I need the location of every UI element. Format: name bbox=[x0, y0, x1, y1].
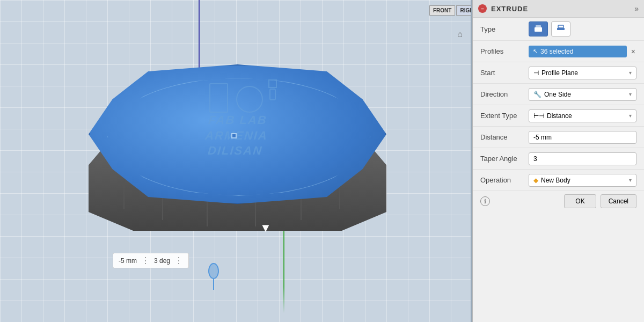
operation-dropdown-arrow: ▾ bbox=[629, 177, 632, 183]
extent-type-label: Extent Type bbox=[480, 112, 529, 120]
extent-type-value: Distance bbox=[547, 112, 572, 120]
angle-value: 3 deg bbox=[154, 257, 170, 265]
profiles-row: Profiles ↖ 36 selected × bbox=[473, 41, 644, 62]
start-dropdown-arrow: ▾ bbox=[629, 70, 632, 76]
profile-plane-icon: ⊣ bbox=[533, 69, 539, 77]
type-btn-thin[interactable] bbox=[551, 21, 570, 36]
logo-line3: DILISAN bbox=[165, 143, 306, 159]
direction-row: Direction 🔧 One Side ▾ bbox=[473, 84, 644, 105]
taper-angle-label: Taper Angle bbox=[480, 155, 529, 163]
extrude-direction-arrow: ▼ bbox=[258, 220, 274, 236]
type-row: Type bbox=[473, 18, 644, 41]
one-side-icon: 🔧 bbox=[533, 91, 541, 98]
extent-type-row: Extent Type ⊢⊣ Distance ▾ bbox=[473, 105, 644, 127]
operation-label: Operation bbox=[480, 176, 529, 184]
direction-value: One Side bbox=[544, 91, 571, 98]
start-control: ⊣ Profile Plane ▾ bbox=[529, 67, 636, 79]
thin-extrude-icon bbox=[556, 24, 566, 34]
logo-line1: FAB LAB bbox=[167, 113, 309, 128]
start-value: Profile Plane bbox=[541, 69, 578, 77]
operation-control: ◆ New Body ▾ bbox=[529, 174, 636, 187]
3d-object: FAB LAB ARMENIA DILISAN ▼ bbox=[59, 54, 413, 279]
svg-rect-0 bbox=[535, 27, 542, 32]
profiles-label: Profiles bbox=[480, 47, 529, 55]
extent-type-dropdown[interactable]: ⊢⊣ Distance ▾ bbox=[529, 109, 636, 122]
taper-angle-row: Taper Angle bbox=[473, 148, 644, 170]
home-icon[interactable]: ⌂ bbox=[457, 30, 463, 39]
viewport-3d[interactable]: FAB LAB ARMENIA DILISAN ▼ -5 mm ⋮ 3 deg … bbox=[0, 0, 472, 322]
type-control bbox=[529, 21, 636, 36]
svg-rect-3 bbox=[558, 25, 564, 28]
extrude-panel: – EXTRUDE » Type Profiles bbox=[472, 0, 644, 322]
cursor-icon: ↖ bbox=[533, 48, 538, 55]
operation-dropdown[interactable]: ◆ New Body ▾ bbox=[529, 174, 636, 187]
new-body-icon: ◆ bbox=[533, 177, 538, 184]
solid-extrude-icon bbox=[533, 24, 543, 34]
angle-menu-icon[interactable]: ⋮ bbox=[174, 255, 183, 266]
profiles-control: ↖ 36 selected × bbox=[529, 46, 636, 57]
fab-shape-head bbox=[268, 79, 277, 88]
fab-shape-body bbox=[269, 89, 276, 100]
extent-dropdown-arrow: ▾ bbox=[629, 113, 632, 119]
direction-dropdown[interactable]: 🔧 One Side ▾ bbox=[529, 88, 636, 101]
distance-row: Distance bbox=[473, 127, 644, 148]
svg-rect-1 bbox=[536, 25, 541, 28]
distance-control bbox=[529, 131, 636, 144]
direction-dropdown-arrow: ▾ bbox=[629, 91, 632, 97]
fab-shape-circle bbox=[236, 86, 263, 113]
panel-expand-button[interactable]: » bbox=[634, 4, 639, 13]
panel-header-icon: – bbox=[478, 4, 487, 13]
direction-label: Direction bbox=[480, 90, 529, 98]
operation-row: Operation ◆ New Body ▾ bbox=[473, 170, 644, 191]
handle-bottom bbox=[208, 263, 219, 279]
taper-angle-control bbox=[529, 152, 636, 165]
action-buttons: OK Cancel bbox=[564, 194, 636, 208]
view-cube-front[interactable]: FRONT bbox=[429, 5, 455, 16]
type-btn-solid[interactable] bbox=[529, 21, 548, 36]
center-dot bbox=[231, 133, 237, 138]
profiles-clear-button[interactable]: × bbox=[630, 47, 636, 56]
start-label: Start bbox=[480, 69, 529, 77]
start-row: Start ⊣ Profile Plane ▾ bbox=[473, 62, 644, 84]
panel-title: EXTRUDE bbox=[491, 5, 630, 13]
distance-icon: ⊢⊣ bbox=[533, 112, 544, 120]
info-row: ℹ OK Cancel bbox=[473, 191, 644, 211]
type-label: Type bbox=[480, 25, 529, 33]
distance-label: Distance bbox=[480, 133, 529, 141]
view-cube-right[interactable]: RIGHT bbox=[456, 5, 472, 16]
fab-shape-rectangle bbox=[209, 83, 228, 113]
measurement-bar: -5 mm ⋮ 3 deg ⋮ bbox=[113, 253, 189, 268]
taper-angle-input[interactable] bbox=[529, 152, 636, 165]
handle-stem bbox=[213, 279, 214, 290]
ok-button[interactable]: OK bbox=[564, 194, 596, 208]
distance-input[interactable] bbox=[529, 131, 636, 144]
distance-value: -5 mm bbox=[119, 257, 137, 265]
logo-text: FAB LAB ARMENIA DILISAN bbox=[164, 113, 309, 166]
operation-value: New Body bbox=[541, 177, 570, 184]
extent-type-control: ⊢⊣ Distance ▾ bbox=[529, 109, 636, 122]
info-icon: ℹ bbox=[480, 196, 490, 206]
panel-header: – EXTRUDE » bbox=[473, 0, 644, 18]
profiles-selected-text: 36 selected bbox=[540, 48, 573, 55]
profiles-select-button[interactable]: ↖ 36 selected bbox=[529, 46, 627, 57]
start-dropdown[interactable]: ⊣ Profile Plane ▾ bbox=[529, 67, 636, 79]
distance-menu-icon[interactable]: ⋮ bbox=[141, 255, 150, 266]
cancel-button[interactable]: Cancel bbox=[601, 194, 636, 208]
direction-control: 🔧 One Side ▾ bbox=[529, 88, 636, 101]
